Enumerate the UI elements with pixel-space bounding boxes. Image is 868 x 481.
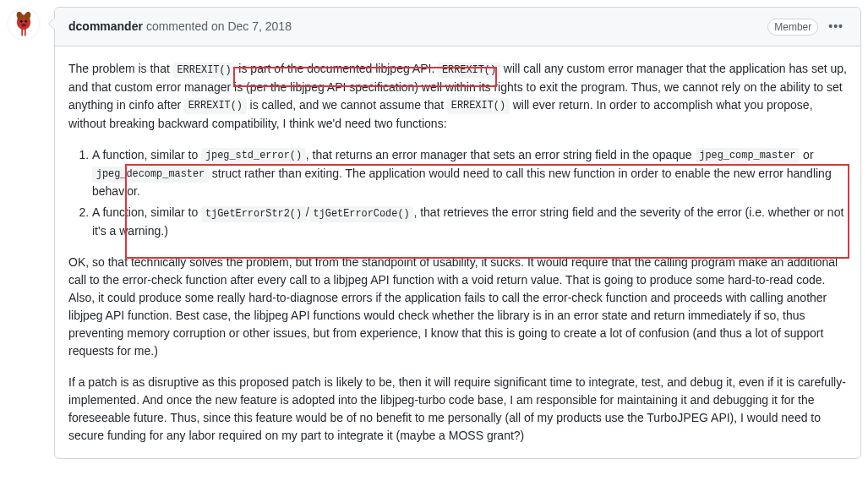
avatar[interactable] xyxy=(7,7,41,41)
list-item: A function, similar to tjGetErrorStr2()/… xyxy=(92,204,847,240)
comment-box: dcommander commented on Dec 7, 2018 Memb… xyxy=(54,7,861,459)
comment-container: dcommander commented on Dec 7, 2018 Memb… xyxy=(7,7,861,459)
text: is part of the documented libjpeg API. xyxy=(235,62,438,75)
text: is called, and we cannot assume that xyxy=(247,98,447,112)
ordered-list: A function, similar to jpeg_std_error(),… xyxy=(68,146,847,241)
svg-point-6 xyxy=(21,24,25,27)
inline-code: jpeg_decomp_master xyxy=(92,167,209,183)
paragraph: OK, so that technically solves the probl… xyxy=(68,254,847,360)
comment-timestamp: commented on Dec 7, 2018 xyxy=(146,18,292,36)
kebab-menu-icon[interactable]: ••• xyxy=(825,14,847,39)
inline-code: ERREXIT() xyxy=(184,98,247,114)
text: , that returns an error manager that set… xyxy=(306,148,696,161)
inline-code: jpeg_std_error() xyxy=(201,148,306,164)
inline-code: ERREXIT() xyxy=(447,98,510,114)
inline-code: tjGetErrorCode() xyxy=(309,206,414,222)
avatar-image xyxy=(8,8,39,39)
inline-code: tjGetErrorStr2() xyxy=(201,206,306,222)
member-badge: Member xyxy=(767,19,818,36)
comment-body: The problem is that ERREXIT() is part of… xyxy=(55,46,860,458)
text: A function, similar to xyxy=(92,205,201,219)
text: A function, similar to xyxy=(92,148,201,161)
svg-rect-7 xyxy=(21,28,23,36)
header-actions: Member ••• xyxy=(767,14,847,39)
paragraph: If a patch is as disruptive as this prop… xyxy=(68,374,847,445)
svg-point-4 xyxy=(20,20,23,23)
paragraph: The problem is that ERREXIT() is part of… xyxy=(68,60,847,133)
inline-code: jpeg_comp_master xyxy=(696,148,800,164)
comment-caret xyxy=(48,17,55,30)
list-item: A function, similar to jpeg_std_error(),… xyxy=(92,146,847,201)
comment-header: dcommander commented on Dec 7, 2018 Memb… xyxy=(55,8,860,46)
text: The problem is that xyxy=(68,62,173,75)
svg-rect-8 xyxy=(25,28,26,36)
inline-code: ERREXIT() xyxy=(438,63,500,79)
inline-code: ERREXIT() xyxy=(173,63,236,79)
text: or xyxy=(800,148,813,161)
author-link[interactable]: dcommander xyxy=(68,18,143,36)
svg-point-5 xyxy=(25,20,27,23)
